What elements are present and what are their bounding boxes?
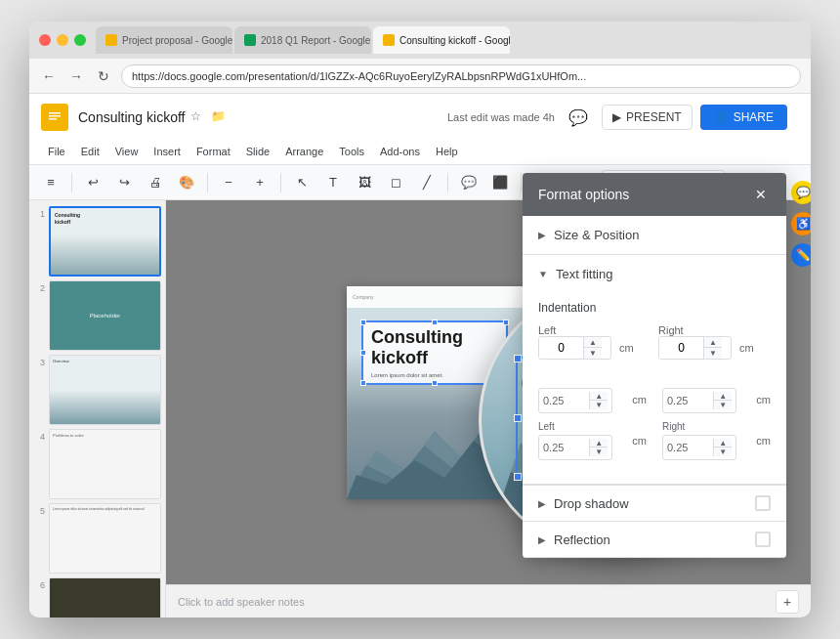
speaker-notes-text[interactable]: Click to add speaker notes (178, 596, 305, 608)
toolbar-zoom-out[interactable]: − (215, 169, 242, 196)
menu-format[interactable]: Format (189, 143, 237, 160)
comment-button[interactable]: 💬 (563, 102, 594, 133)
slide-thumbnail-4[interactable]: 4 Problems to solve (33, 429, 161, 499)
left-indent-down[interactable]: ▼ (584, 348, 602, 359)
drop-shadow-checkbox[interactable] (755, 495, 771, 511)
toolbar-redo[interactable]: ↪ (110, 169, 138, 196)
format-panel-header: Format options ✕ (523, 173, 786, 216)
divider-3 (280, 173, 281, 192)
slide-preview-1[interactable]: Consulting kickoff (49, 206, 161, 277)
toolbar-image[interactable]: 🖼 (351, 169, 378, 196)
menu-slide[interactable]: Slide (239, 143, 276, 160)
toolbar-textbox[interactable]: T (319, 169, 347, 196)
slide-preview-5[interactable]: Lorem ipsum dolor sit amet consectetur a… (49, 503, 161, 574)
slide-thumbnail-6[interactable]: 6 Understandingthe market (33, 577, 161, 618)
menu-addons[interactable]: Add-ons (373, 143, 427, 160)
sidebar-icon-edit[interactable]: ✏️ (791, 243, 811, 267)
menu-insert[interactable]: Insert (147, 143, 188, 160)
reflection-checkbox[interactable] (755, 532, 771, 547)
tab-q1-report[interactable]: 2018 Q1 Report - Google She... ✕ (234, 26, 371, 54)
indentation-row: Left ▲ ▼ cm (538, 324, 771, 360)
pad-top-down[interactable]: ▼ (590, 401, 608, 409)
pad-r-up[interactable]: ▲ (714, 439, 732, 447)
sidebar-icon-accessibility[interactable]: ♿ (791, 212, 811, 235)
size-position-header[interactable]: ▶ Size & Position (523, 216, 786, 254)
resize-handle-l[interactable] (360, 350, 366, 356)
menu-help[interactable]: Help (429, 143, 465, 160)
left-indent-input[interactable] (539, 337, 583, 359)
menu-edit[interactable]: Edit (74, 143, 106, 160)
sidebar-icon-chat[interactable]: 💬 (791, 181, 811, 204)
toolbar-bg[interactable]: ⬛ (486, 169, 514, 196)
url-bar[interactable]: https://docs.google.com/presentation/d/1… (121, 64, 801, 88)
resize-handle-tl[interactable] (360, 320, 366, 325)
sheets-tab-icon (244, 34, 256, 46)
toolbar-paint[interactable]: 🎨 (173, 169, 200, 196)
minimize-button[interactable] (57, 34, 68, 46)
slide-thumbnail-1[interactable]: 1 Consulting kickoff (33, 206, 161, 277)
text-fitting-chevron: ▼ (538, 269, 548, 279)
toolbar-cursor[interactable]: ↖ (288, 169, 315, 196)
padding-top-right-num: 0.25 (667, 395, 688, 406)
menu-arrange[interactable]: Arrange (278, 143, 330, 160)
toolbar-undo[interactable]: ↩ (79, 169, 106, 196)
pad-r-down[interactable]: ▼ (714, 447, 732, 456)
toolbar-shape[interactable]: ◻ (382, 169, 409, 196)
slide-preview-4[interactable]: Problems to solve (49, 429, 161, 499)
right-indent-down[interactable]: ▼ (704, 348, 722, 359)
right-indent-up[interactable]: ▲ (704, 337, 722, 348)
slide-main-title: Consultingkickoff (371, 327, 498, 369)
menu-tools[interactable]: Tools (332, 143, 371, 160)
present-button[interactable]: ▶ PRESENT (602, 105, 693, 130)
text-fitting-header[interactable]: ▼ Text fitting (523, 255, 786, 293)
folder-icon[interactable]: 📁 (211, 109, 227, 125)
resize-handle-t[interactable] (432, 320, 438, 325)
forward-button[interactable]: → (66, 66, 86, 86)
add-note-icon[interactable]: + (776, 590, 799, 614)
divider-4 (447, 173, 448, 192)
slide-preview-6[interactable]: Understandingthe market (49, 577, 161, 618)
tab-consulting-kickoff[interactable]: Consulting kickoff - Google Sl... ✕ (373, 26, 510, 54)
star-icon[interactable]: ☆ (190, 109, 206, 125)
pad-top-up[interactable]: ▲ (590, 392, 608, 401)
pad-l-unit: cm (632, 435, 647, 447)
toolbar-zoom-in[interactable]: + (246, 169, 273, 196)
refresh-button[interactable]: ↻ (94, 66, 113, 86)
toolbar-comment[interactable]: 💬 (455, 169, 483, 196)
slide-preview-3[interactable]: Overview (49, 355, 161, 425)
menu-view[interactable]: View (108, 143, 146, 160)
slide-thumbnail-5[interactable]: 5 Lorem ipsum dolor sit amet consectetur… (33, 503, 161, 574)
tab-project-proposal[interactable]: Project proposal - Google Do... ✕ (96, 26, 232, 54)
back-button[interactable]: ← (39, 66, 59, 86)
resize-handle-b[interactable] (432, 380, 438, 386)
pad-tr-down[interactable]: ▼ (714, 401, 732, 409)
pad-tr-up[interactable]: ▲ (714, 392, 732, 401)
padding-right-col: Right 0.25 ▲ ▼ (662, 421, 736, 460)
drop-shadow-label: Drop shadow (554, 496, 629, 511)
share-button[interactable]: 👤 SHARE (700, 105, 787, 130)
toolbar-line[interactable]: ╱ (413, 169, 441, 196)
resize-handle-bl[interactable] (360, 380, 366, 386)
browser-window: Project proposal - Google Do... ✕ 2018 Q… (29, 21, 811, 618)
right-indent-input[interactable] (659, 337, 703, 359)
menu-file[interactable]: File (41, 143, 72, 160)
toolbar-print[interactable]: 🖨 (142, 169, 169, 196)
maximize-button[interactable] (74, 34, 86, 46)
slide-thumbnail-2[interactable]: 2 Placeholder (33, 280, 161, 351)
last-edit-text: Last edit was made 4h (447, 111, 555, 123)
pad-l-down[interactable]: ▼ (590, 447, 608, 456)
tab-label: 2018 Q1 Report - Google She... (261, 35, 371, 46)
slides-title-area: Consulting kickoff ☆ 📁 (78, 109, 227, 125)
indentation-title: Indentation (538, 301, 771, 315)
slide-thumbnail-3[interactable]: 3 Overview (33, 355, 161, 425)
slide-preview-2[interactable]: Placeholder (49, 280, 161, 351)
left-indent-up[interactable]: ▲ (584, 337, 602, 348)
pad-l-up[interactable]: ▲ (590, 439, 608, 447)
panel-close-button[interactable]: ✕ (751, 185, 771, 204)
title-icons: ☆ 📁 (190, 109, 227, 125)
close-button[interactable] (39, 34, 51, 46)
padding-top-right-value: 0.25 ▲ ▼ (662, 388, 736, 413)
toolbar-menu[interactable]: ≡ (37, 169, 64, 196)
drop-shadow-row[interactable]: ▶ Drop shadow (523, 486, 786, 522)
reflection-row[interactable]: ▶ Reflection (523, 522, 786, 558)
